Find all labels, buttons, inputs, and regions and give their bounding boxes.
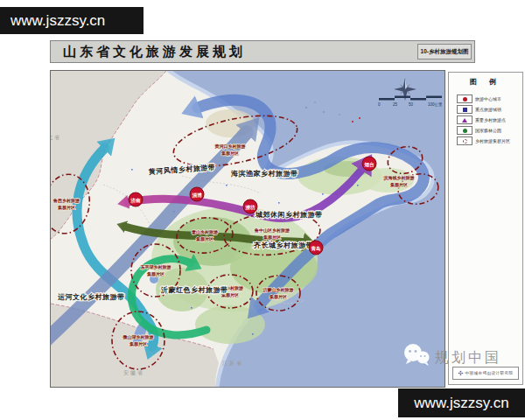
svg-text:集群片区: 集群片区 xyxy=(220,150,239,157)
legend-item: 旅游中心城市 xyxy=(457,94,522,104)
svg-text:50: 50 xyxy=(409,102,414,107)
legend-item-label: 国家森林公园 xyxy=(475,128,501,133)
title-bar: 山东省文化旅游发展规划 10-乡村旅游规划图 xyxy=(50,40,475,63)
legend-symbol-box xyxy=(457,126,472,135)
institute-name: 中国城市规划设计研究院 xyxy=(465,371,513,375)
legend-panel: 图 例 旅游中心城市 重点旅游城镇 重要乡村旅游点 国家森林公园 xyxy=(448,72,523,385)
svg-text:运河文化乡村旅游带: 运河文化乡村旅游带 xyxy=(57,293,125,301)
legend-rows: 旅游中心城市 重点旅游城镇 重要乡村旅游点 国家森林公园 乡村旅 xyxy=(457,94,522,146)
legend-symbol-box xyxy=(457,105,472,114)
legend-item: 重要乡村旅游点 xyxy=(457,115,522,125)
legend-title: 图 例 xyxy=(449,77,522,87)
svg-text:淄博: 淄博 xyxy=(191,192,202,199)
city-node-jinan: 济南 xyxy=(129,192,143,206)
svg-text:鲁中山区乡村旅游: 鲁中山区乡村旅游 xyxy=(254,228,290,234)
svg-text:集群片区: 集群片区 xyxy=(195,236,214,242)
legend-symbol-box xyxy=(457,94,472,103)
legend-item-label: 旅游中心城市 xyxy=(475,96,501,102)
city-node-qingdao: 青岛 xyxy=(309,241,323,255)
svg-text:青岛: 青岛 xyxy=(310,246,320,252)
svg-text:潍坊: 潍坊 xyxy=(244,205,256,211)
green-circle-icon xyxy=(463,129,467,133)
legend-item-label: 重要乡村旅游点 xyxy=(475,117,506,122)
legend-item: 乡村旅游集群片区 xyxy=(457,136,522,146)
bottom-url-text: www.jszzsy.cn xyxy=(414,395,508,412)
svg-text:泰山乡村旅游: 泰山乡村旅游 xyxy=(191,229,218,235)
top-url-banner: www.jszzsy.cn xyxy=(0,7,144,34)
svg-text:江苏省: 江苏省 xyxy=(222,360,243,367)
red-circle-icon xyxy=(463,97,467,102)
legend-symbol-box xyxy=(457,136,472,145)
legend-item-label: 重点旅游城镇 xyxy=(475,107,501,112)
svg-text:微山湖乡村旅游: 微山湖乡村旅游 xyxy=(122,334,154,340)
svg-text:集群片区: 集群片区 xyxy=(57,205,75,211)
legend-symbol-box xyxy=(457,116,472,124)
wechat-icon xyxy=(401,341,432,373)
institute-stamp: ✣ 中国城市规划设计研究院 xyxy=(452,367,519,380)
svg-text:烟台: 烟台 xyxy=(363,162,374,168)
svg-text:集群片区: 集群片区 xyxy=(146,271,164,277)
svg-text:沂蒙山乡村旅游: 沂蒙山乡村旅游 xyxy=(262,287,294,293)
legend-item-label: 乡村旅游集群片区 xyxy=(475,138,510,144)
svg-text:鲁西乡村旅游: 鲁西乡村旅游 xyxy=(52,198,80,204)
svg-text:25: 25 xyxy=(393,102,398,107)
watermark-text: 规划中国 xyxy=(435,349,501,368)
svg-text:齐长城乡村旅游带: 齐长城乡村旅游带 xyxy=(254,241,313,249)
map-frame: 黄河口乡村旅游 集群片区 鲁西乡村旅游 集群片区 东平湖乡村旅游 集群片区 泰山… xyxy=(50,70,445,388)
purple-triangle-icon xyxy=(462,118,467,122)
svg-text:沂蒙红色乡村旅游带: 沂蒙红色乡村旅游带 xyxy=(160,286,228,294)
svg-text:集群片区: 集群片区 xyxy=(262,234,281,241)
svg-text:100公里: 100公里 xyxy=(428,102,443,107)
svg-text:滨海线乡村旅游: 滨海线乡村旅游 xyxy=(383,175,415,181)
svg-text:集群片区: 集群片区 xyxy=(129,341,147,347)
svg-text:集群片区: 集群片区 xyxy=(389,182,408,188)
svg-text:黄河口乡村旅游: 黄河口乡村旅游 xyxy=(214,144,246,150)
institute-logo-icon: ✣ xyxy=(458,370,464,377)
legend-item: 国家森林公园 xyxy=(457,125,522,136)
page-title: 山东省文化旅游发展规划 xyxy=(63,41,246,62)
top-url-text: www.jszzsy.cn xyxy=(10,12,105,30)
figure-number-box: 10-乡村旅游规划图 xyxy=(417,44,472,60)
svg-text:东平湖乡村旅游: 东平湖乡村旅游 xyxy=(140,264,172,270)
page: www.jszzsy.cn 山东省文化旅游发展规划 10-乡村旅游规划图 xyxy=(0,0,525,420)
svg-text:海滨渔家乡村旅游带: 海滨渔家乡村旅游带 xyxy=(230,169,298,178)
svg-text:集群片区: 集群片区 xyxy=(269,294,287,300)
svg-text:安徽省: 安徽省 xyxy=(123,369,144,376)
dashed-circle-icon xyxy=(463,139,467,144)
blue-square-icon xyxy=(463,108,467,112)
svg-text:济南: 济南 xyxy=(130,198,141,204)
city-node-yantai: 烟台 xyxy=(362,157,376,171)
bottom-url-banner: www.jszzsy.cn xyxy=(398,388,525,417)
city-node-weifang: 潍坊 xyxy=(243,200,257,214)
legend-item: 重点旅游城镇 xyxy=(457,104,522,115)
svg-text:城郊休闲乡村旅游带: 城郊休闲乡村旅游带 xyxy=(255,211,323,219)
svg-text:河北省: 河北省 xyxy=(51,134,61,141)
city-node-zibo: 淄博 xyxy=(190,187,204,201)
planning-map: 黄河口乡村旅游 集群片区 鲁西乡村旅游 集群片区 东平湖乡村旅游 集群片区 泰山… xyxy=(51,71,444,387)
